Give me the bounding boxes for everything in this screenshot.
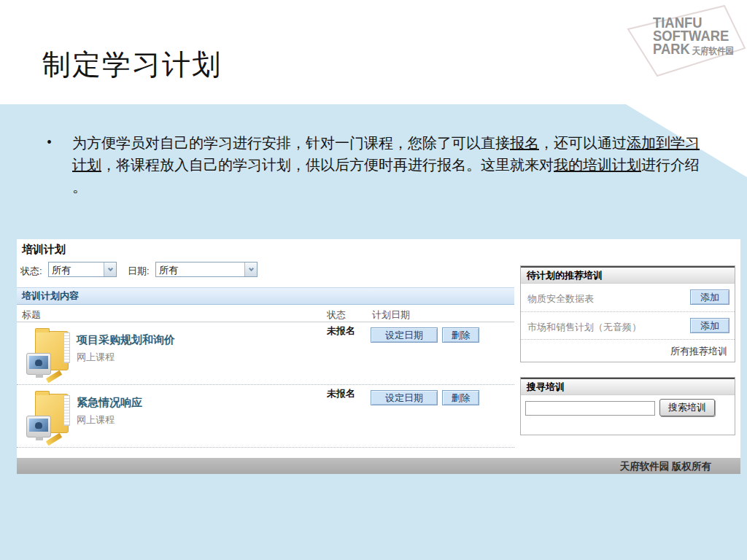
logo-line3: PARK	[653, 42, 690, 55]
page-title: 培训计划	[22, 243, 66, 257]
course-row: 项目采购规划和询价 网上课程 未报名 设定日期 删除	[17, 322, 514, 385]
slide-title: 制定学习计划	[42, 45, 222, 85]
set-date-button[interactable]: 设定日期	[371, 390, 438, 405]
recommended-item-title: 市场和销售计划（无音频）	[527, 321, 641, 334]
search-header: 搜寻培训	[521, 378, 735, 395]
divider	[521, 311, 735, 312]
course-folder-icon	[26, 328, 73, 381]
course-title-link[interactable]: 紧急情况响应	[77, 396, 142, 410]
divider	[521, 339, 735, 340]
all-recommended-link[interactable]: 所有推荐培训	[670, 345, 727, 358]
delete-button[interactable]: 删除	[442, 390, 479, 405]
table-column-headers: 标题 状态 计划日期	[17, 306, 514, 322]
search-input[interactable]	[525, 401, 655, 416]
course-status: 未报名	[327, 387, 355, 400]
search-submit-button[interactable]: 搜索培训	[659, 399, 715, 416]
course-row: 紧急情况响应 网上课程 未报名 设定日期 删除	[17, 385, 514, 448]
search-panel: 搜寻培训 搜索培训	[520, 377, 735, 435]
status-filter-value: 所有	[49, 262, 104, 276]
logo-chinese-name: 天府软件园	[692, 44, 735, 58]
status-filter-label: 状态:	[20, 265, 42, 278]
chevron-down-icon	[248, 266, 253, 271]
column-header-title: 标题	[22, 308, 41, 322]
recommended-item-title: 物质安全数据表	[527, 292, 594, 306]
course-title-link[interactable]: 项目采购规划和询价	[77, 333, 175, 347]
add-button[interactable]: 添加	[690, 289, 729, 305]
tianfu-logo: TIANFU SOFTWARE PARK 天府软件园	[615, 3, 746, 79]
course-type: 网上课程	[77, 351, 115, 364]
copyright-footer-bar: 天府软件园 版权所有	[17, 458, 740, 474]
add-button[interactable]: 添加	[690, 318, 729, 333]
bullet-paragraph: 为方便学员对自己的学习进行安排，针对一门课程，您除了可以直接报名，还可以通过添加…	[72, 132, 707, 198]
recommended-panel: 待计划的推荐培训 物质安全数据表 添加 市场和销售计划（无音频） 添加 所有推荐…	[520, 265, 735, 362]
date-filter-label: 日期:	[128, 265, 150, 278]
course-folder-icon	[26, 391, 73, 443]
plan-content-header-bar: 培训计划内容	[17, 287, 514, 305]
bullet-marker: •	[47, 134, 52, 151]
course-status: 未报名	[327, 324, 355, 338]
copyright-text: 天府软件园 版权所有	[620, 460, 711, 473]
logo-text: TIANFU SOFTWARE PARK 天府软件园	[653, 16, 734, 58]
date-filter-select[interactable]: 所有	[155, 262, 258, 277]
presentation-slide: 制定学习计划 TIANFU SOFTWARE PARK 天府软件园 • 为方便学…	[0, 0, 747, 560]
course-type: 网上课程	[77, 413, 115, 427]
status-select-arrow-button[interactable]	[104, 262, 116, 276]
plan-content-header: 培训计划内容	[22, 288, 79, 304]
column-header-status: 状态	[327, 308, 346, 322]
column-header-plan-date: 计划日期	[372, 308, 410, 322]
recommended-header: 待计划的推荐培训	[521, 266, 735, 284]
chevron-down-icon	[107, 266, 112, 271]
date-select-arrow-button[interactable]	[244, 262, 257, 276]
embedded-app-screenshot: 培训计划 状态: 所有 日期: 所有 培训计划内容 标题 状态 计划日期	[17, 239, 740, 474]
date-filter-value: 所有	[156, 262, 244, 276]
status-filter-select[interactable]: 所有	[48, 262, 117, 277]
delete-button[interactable]: 删除	[442, 327, 479, 343]
set-date-button[interactable]: 设定日期	[371, 327, 438, 343]
